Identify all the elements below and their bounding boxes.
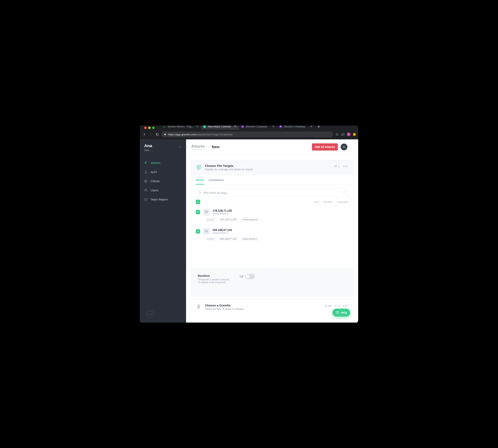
nav-forward-button[interactable] [149,132,153,137]
browser-tab-1[interactable]: New Attack | Gremlin [201,126,239,130]
host-ip[interactable]: 206.189.67.153 [213,228,232,232]
close-icon[interactable] [196,126,199,128]
host-tag[interactable]: 178.128.71.155 [217,217,238,222]
filter-icon[interactable] [343,191,346,194]
breadcrumb-root[interactable]: Attacks [191,144,205,150]
favicon-dd-icon [241,126,244,128]
extension-icon[interactable] [353,133,356,136]
host-tag[interactable]: 2.11.0 [205,237,216,241]
cast-icon[interactable] [341,133,345,136]
tab-containers[interactable]: Containers [209,178,224,184]
bookmark-star-icon[interactable] [335,133,339,136]
sidebar-nav: Attacks ALFI Clients [140,158,186,204]
nav-label: Users [150,189,158,192]
gremlin-card-header[interactable]: Choose a Gremlin Select the type of atta… [191,300,353,314]
tab-hosts[interactable]: Hosts [196,178,204,185]
breadcrumb-current: New [212,145,219,149]
more-menu-icon[interactable]: ••• [342,164,349,168]
gremlin-card: Choose a Gremlin Select the type of atta… [191,300,353,315]
url-input[interactable]: https://app.gremlin.com/attacks/new?orig… [161,131,333,137]
random-panel: Random Designate a random amount of targ… [191,268,353,296]
brand-logo [140,306,186,322]
target-count: 2 [334,165,340,168]
host-row: 178.128.71.155 chaos-boom-2 2.11.0 178.1… [191,206,353,225]
sort-identifier[interactable]: Identifier [323,201,333,204]
nav-label: Attacks [150,161,160,164]
search-hosts-field[interactable] [204,191,343,194]
tab-title: Monitors | Datadog [246,126,270,128]
halt-all-attacks-button[interactable]: Halt All Attacks [312,143,338,151]
host-row: 206.189.67.153 chaos-boom-1 2.11.0 206.1… [191,225,353,244]
user-sub: Ana [144,148,152,152]
address-bar: https://app.gremlin.com/attacks/new?orig… [140,130,358,139]
setting-value: 1 [338,304,340,307]
team-switcher[interactable] [341,144,348,150]
host-ip[interactable]: 178.128.71.155 [213,209,232,212]
host-name: chaos-boom-1 [213,232,232,234]
url-path: /attacks/new?origin=undefined [196,133,232,136]
browser-tab-3[interactable]: Monitors | Datadog [277,126,315,130]
host-checkbox[interactable] [196,210,200,214]
sidebar-item-attacks[interactable]: Attacks [140,158,186,167]
sort-label: Sort: [314,201,319,204]
breadcrumb: Attacks New [191,144,219,150]
tab-title: Monitors | Datadog [284,126,309,128]
new-tab-button[interactable] [316,126,321,129]
random-toggle[interactable] [245,274,255,279]
svg-point-12 [199,192,200,193]
chevron-down-icon[interactable] [350,145,353,148]
search-icon [199,191,202,194]
sidebar-item-alfi[interactable]: ALFI [140,167,186,176]
svg-text:pd: pd [163,126,166,128]
tab-title: New Attack | Gremlin [208,126,232,128]
sort-row: Sort: Identifier Hostname [191,198,353,206]
main-content: Attacks New Halt All Attacks [186,139,358,322]
nav-back-button[interactable] [142,132,147,137]
browser-tab-2[interactable]: Monitors | Datadog [239,126,277,130]
target-count-value: 2 [338,165,340,168]
host-type-icon [203,228,210,235]
search-hosts-input[interactable] [196,188,349,197]
sort-hostname[interactable]: Hostname [337,201,349,204]
host-tag[interactable]: 2.11.0 [205,217,216,222]
tab-strip: pd System Metrics - PagerDuty New Attack… [140,126,358,130]
card-subtitle: Select the type of attack to unleash. [205,308,244,310]
close-icon[interactable] [272,126,275,128]
svg-point-7 [145,189,146,190]
nav-reload-button[interactable] [155,132,159,137]
host-checkbox[interactable] [196,229,200,234]
bolt-icon [144,161,148,165]
clock-icon [144,197,148,201]
targets-tabs: Hosts Containers [191,175,353,185]
targets-card: Choose The Targets Specify the coverage … [191,160,353,296]
user-name: Ana [144,143,152,148]
profile-avatar-icon[interactable] [347,133,350,136]
close-icon[interactable] [234,126,237,128]
help-button[interactable]: Help [332,309,350,317]
card-title: Choose The Targets [205,164,253,167]
window-close-button[interactable] [144,127,147,129]
sidebar-item-clients[interactable]: Clients [140,176,186,186]
user-menu[interactable]: Ana Ana [140,139,186,155]
window-maximize-button[interactable] [152,127,155,129]
svg-rect-5 [164,134,166,135]
more-menu-icon[interactable]: ••• [342,304,349,308]
sidebar-item-users[interactable]: Users [140,186,186,195]
app: Ana Ana Attacks ALFI [140,139,358,322]
svg-point-2 [204,126,205,127]
select-all-checkbox[interactable] [196,200,200,204]
card-title: Choose a Gremlin [205,304,244,307]
window-controls [141,126,157,129]
browser-tab-0[interactable]: pd System Metrics - PagerDuty [161,126,201,130]
close-icon[interactable] [310,126,313,128]
host-tag[interactable]: chaos-boom-2 [240,217,260,222]
host-tag[interactable]: 206.189.67.153 [217,237,238,241]
setting-meta: 1 [334,304,340,307]
layers-icon [196,164,202,170]
window-minimize-button[interactable] [148,127,150,129]
random-title: Random [198,274,232,277]
sidebar-item-team-report[interactable]: Team Report [140,195,186,204]
host-tag[interactable]: chaos-boom-1 [240,237,260,241]
users-icon [144,188,148,192]
host-name: chaos-boom-2 [213,212,232,215]
